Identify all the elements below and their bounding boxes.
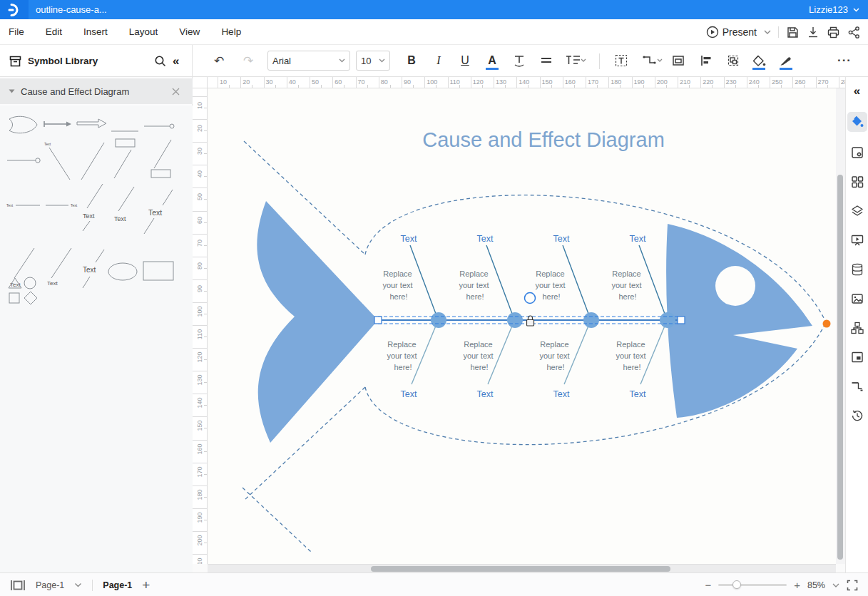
fill-style-panel-button[interactable] — [847, 112, 867, 132]
symbol-bone-text-top[interactable]: Text — [43, 140, 74, 185]
menu-layout[interactable]: Layout — [129, 26, 158, 37]
drawing-canvas[interactable]: Cause and Effect Diagram — [208, 88, 836, 564]
symbol-triangle[interactable] — [7, 277, 23, 292]
menu-edit[interactable]: Edit — [46, 26, 62, 37]
align-text-button[interactable] — [535, 49, 558, 72]
symbol-text-line[interactable]: Text — [6, 200, 41, 212]
v-scrollbar-thumb[interactable] — [837, 175, 843, 560]
symbol-text-bone-below[interactable]: Text — [77, 248, 108, 294]
text-effect-button[interactable] — [508, 49, 531, 72]
spine[interactable] — [374, 312, 685, 328]
symbol-bone-text-below-2[interactable]: Text — [43, 245, 74, 294]
font-family-select[interactable]: Arial — [267, 51, 350, 71]
user-menu-caret-icon[interactable] — [853, 8, 859, 12]
group-button[interactable] — [722, 49, 745, 72]
zoom-level[interactable]: 85% — [807, 580, 825, 590]
selection-handle-right[interactable] — [678, 317, 685, 324]
history-panel-button[interactable] — [848, 407, 867, 424]
connector-button[interactable] — [638, 49, 665, 72]
symbol-block-arrow[interactable] — [75, 117, 108, 133]
zoom-out-button[interactable]: − — [705, 579, 711, 591]
fill-color-button[interactable] — [747, 49, 770, 72]
bold-button[interactable]: B — [400, 49, 423, 72]
spine-node[interactable] — [583, 312, 599, 328]
symbol-fish-frame[interactable] — [6, 113, 39, 140]
selection-handle-left[interactable] — [374, 317, 382, 324]
h-scrollbar[interactable] — [208, 564, 836, 572]
fish-head-shape[interactable] — [666, 224, 812, 418]
image-panel-button[interactable] — [848, 290, 867, 307]
paragraph-settings-button[interactable] — [562, 49, 589, 72]
spine-node[interactable] — [507, 312, 523, 328]
more-tools-button[interactable]: ··· — [833, 49, 856, 72]
italic-button[interactable]: I — [427, 49, 450, 72]
data-panel-button[interactable] — [848, 261, 867, 278]
fullscreen-icon[interactable] — [847, 580, 858, 591]
underline-button[interactable]: U — [454, 49, 476, 72]
share-icon[interactable] — [847, 26, 861, 39]
page-tab[interactable]: Page-1 — [103, 580, 132, 590]
connector-panel-button[interactable] — [848, 378, 867, 395]
close-library-icon[interactable] — [172, 88, 180, 96]
container-button[interactable] — [667, 49, 690, 72]
line-color-button[interactable] — [775, 49, 797, 72]
symbol-line-circle-2[interactable] — [6, 154, 41, 167]
symbol-square[interactable] — [8, 292, 21, 307]
fish-tail-shape[interactable] — [257, 201, 378, 443]
zoom-slider[interactable] — [718, 584, 787, 586]
username[interactable]: Lizzie123 — [809, 4, 848, 15]
redo-button[interactable]: ↷ — [237, 49, 260, 72]
download-icon[interactable] — [807, 26, 820, 39]
page-settings-panel-button[interactable] — [848, 144, 867, 161]
library-section-header[interactable]: Cause and Effect Diagram — [0, 78, 193, 104]
symbol-line[interactable] — [110, 123, 140, 135]
frame-panel-button[interactable] — [848, 349, 867, 366]
font-color-button[interactable]: A — [481, 49, 504, 72]
zoom-caret-icon[interactable] — [832, 583, 839, 587]
present-button[interactable]: Present — [706, 26, 757, 38]
search-icon[interactable] — [154, 55, 167, 68]
print-icon[interactable] — [827, 26, 840, 39]
menu-file[interactable]: File — [9, 26, 24, 37]
library-panel-button[interactable] — [848, 173, 867, 190]
connection-point-circle[interactable] — [525, 293, 536, 304]
menu-insert[interactable]: Insert — [83, 26, 108, 37]
page-selector[interactable]: Page-1 — [36, 580, 64, 590]
symbol-rect-diagonal[interactable] — [108, 137, 140, 184]
save-icon[interactable] — [786, 26, 800, 39]
menu-view[interactable]: View — [179, 26, 200, 37]
symbol-ellipse[interactable] — [106, 260, 140, 287]
zoom-slider-knob[interactable] — [732, 580, 741, 589]
v-scrollbar[interactable] — [836, 88, 845, 564]
undo-button[interactable]: ↶ — [208, 49, 230, 72]
app-logo[interactable] — [0, 0, 29, 19]
present-caret-icon[interactable] — [764, 30, 771, 34]
symbol-diagonal-line[interactable] — [77, 140, 107, 185]
presentation-panel-button[interactable] — [848, 232, 867, 249]
symbol-line-circle[interactable] — [143, 120, 175, 133]
symbol-diamond[interactable] — [23, 290, 39, 309]
spine-node[interactable] — [660, 312, 675, 328]
insert-textbox-button[interactable] — [610, 49, 633, 72]
collapse-library-icon[interactable]: « — [173, 54, 179, 68]
symbol-text-bone-large[interactable]: Text — [141, 187, 175, 240]
layers-panel-button[interactable] — [848, 202, 867, 220]
page-selector-caret-icon[interactable] — [74, 582, 82, 587]
font-size-select[interactable]: 10 — [356, 51, 390, 71]
symbol-rectangle[interactable] — [141, 258, 175, 287]
zoom-in-button[interactable]: + — [794, 579, 800, 591]
add-page-button[interactable]: + — [142, 577, 150, 593]
symbol-bone-text-mid[interactable]: Text — [78, 181, 108, 235]
collapse-right-panel-button[interactable]: « — [848, 83, 867, 100]
symbol-main-arrow[interactable] — [41, 118, 73, 133]
symbol-line-text[interactable]: Text — [44, 200, 80, 212]
orgchart-panel-button[interactable] — [848, 319, 867, 336]
align-shapes-button[interactable] — [695, 49, 718, 72]
symbol-diagonal-rect[interactable] — [143, 137, 175, 184]
diagram-title[interactable]: Cause and Effect Diagram — [422, 128, 665, 151]
symbol-bone-text-mid-2[interactable]: Text — [108, 181, 138, 235]
page-panel-toggle-icon[interactable] — [10, 580, 26, 591]
spine-node[interactable] — [431, 312, 446, 328]
menu-help[interactable]: Help — [221, 26, 241, 37]
h-scrollbar-thumb[interactable] — [371, 566, 670, 572]
